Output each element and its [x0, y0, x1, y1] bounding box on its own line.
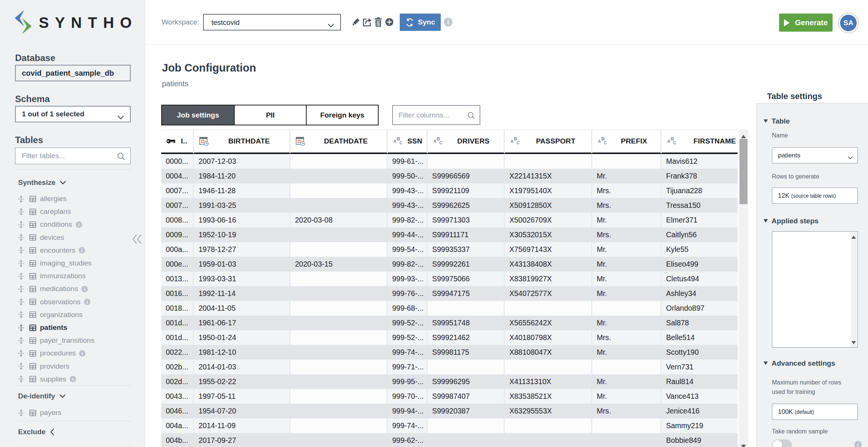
svg-text:A: A — [667, 139, 670, 143]
svg-text:C: C — [439, 140, 442, 145]
svg-text:C: C — [399, 140, 402, 145]
svg-text:C: C — [604, 140, 607, 145]
svg-text:A: A — [510, 139, 513, 143]
svg-text:C: C — [673, 140, 676, 145]
svg-text:i: i — [447, 19, 449, 25]
svg-text:i: i — [857, 442, 859, 447]
svg-text:A: A — [433, 139, 436, 143]
svg-text:C: C — [517, 140, 520, 145]
svg-text:A: A — [393, 139, 396, 143]
svg-text:A: A — [598, 139, 601, 143]
